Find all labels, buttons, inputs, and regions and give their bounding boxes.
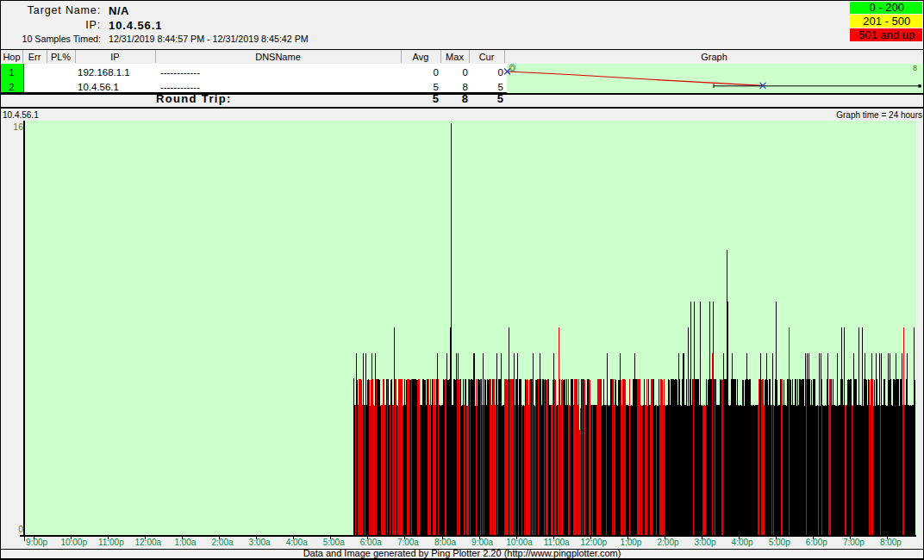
svg-text:3:00p: 3:00p	[694, 538, 715, 547]
svg-text:6:00p: 6:00p	[806, 538, 827, 547]
svg-text:9:00p: 9:00p	[26, 538, 47, 547]
svg-text:0: 0	[510, 64, 515, 72]
svg-text:8:00a: 8:00a	[434, 538, 456, 547]
svg-text:11:00p: 11:00p	[98, 538, 124, 547]
svg-text:12:00p: 12:00p	[581, 538, 608, 547]
svg-text:10:00p: 10:00p	[60, 538, 87, 547]
svg-text:4:00a: 4:00a	[286, 538, 308, 547]
svg-text:2:00p: 2:00p	[657, 538, 678, 547]
svg-text:1:00p: 1:00p	[620, 538, 641, 547]
svg-text:10:00a: 10:00a	[506, 538, 533, 547]
svg-text:7:00p: 7:00p	[843, 538, 865, 547]
svg-text:12:00a: 12:00a	[135, 538, 162, 547]
svg-text:2:00a: 2:00a	[211, 538, 233, 547]
svg-text:0: 0	[18, 524, 23, 534]
svg-text:3:00a: 3:00a	[249, 538, 271, 547]
svg-text:9:00a: 9:00a	[471, 538, 493, 547]
svg-text:1:00a: 1:00a	[174, 538, 196, 547]
svg-text:8:00p: 8:00p	[880, 538, 902, 547]
svg-text:11:00a: 11:00a	[544, 538, 570, 547]
svg-text:5:00p: 5:00p	[769, 538, 790, 547]
svg-text:6:00a: 6:00a	[360, 538, 382, 547]
svg-text:8: 8	[913, 64, 917, 72]
svg-text:16: 16	[13, 121, 23, 132]
svg-text:7:00a: 7:00a	[397, 538, 419, 547]
svg-text:5:00a: 5:00a	[323, 538, 345, 547]
svg-text:4:00p: 4:00p	[732, 538, 753, 547]
